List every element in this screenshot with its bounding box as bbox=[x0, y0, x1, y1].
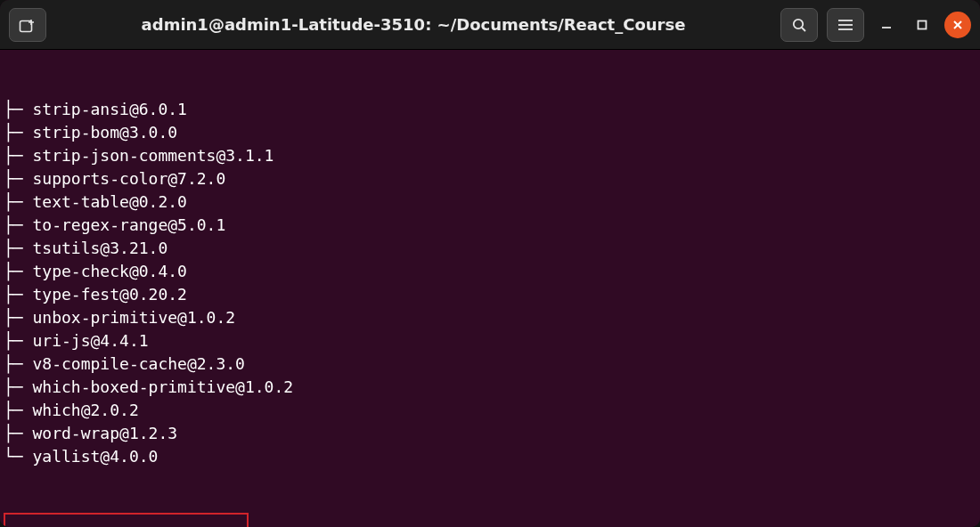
terminal-window: admin1@admin1-Latitude-3510: ~/Documents… bbox=[0, 0, 980, 527]
package-line: ├─ tsutils@3.21.0 bbox=[4, 237, 980, 260]
tree-branch-icon: ├─ bbox=[4, 424, 33, 442]
new-tab-icon bbox=[19, 17, 37, 33]
close-button[interactable] bbox=[944, 12, 971, 38]
package-name: uri-js@4.4.1 bbox=[33, 331, 149, 350]
package-name: which@2.0.2 bbox=[33, 401, 139, 419]
tree-branch-icon: ├─ bbox=[4, 146, 33, 165]
search-icon bbox=[791, 17, 807, 33]
svg-point-3 bbox=[794, 19, 803, 28]
package-name: yallist@4.0.0 bbox=[33, 447, 159, 466]
hamburger-icon bbox=[837, 19, 853, 31]
package-name: supports-color@7.2.0 bbox=[33, 169, 226, 188]
titlebar-right-controls bbox=[780, 8, 971, 42]
package-name: to-regex-range@5.0.1 bbox=[33, 215, 226, 234]
minimize-icon bbox=[880, 19, 893, 31]
package-name: text-table@0.2.0 bbox=[33, 192, 187, 211]
package-line: ├─ type-check@0.4.0 bbox=[4, 260, 980, 283]
package-name: strip-bom@3.0.0 bbox=[33, 123, 178, 142]
package-line: ├─ supports-color@7.2.0 bbox=[4, 167, 980, 191]
tree-branch-icon: ├─ bbox=[4, 354, 33, 373]
tree-branch-icon: ├─ bbox=[4, 285, 33, 304]
tree-branch-icon: ├─ bbox=[4, 308, 33, 327]
minimize-button[interactable] bbox=[873, 12, 900, 38]
tree-branch-icon: ├─ bbox=[4, 215, 33, 234]
tree-branch-icon: ├─ bbox=[4, 331, 33, 350]
tree-branch-icon: ├─ bbox=[4, 123, 33, 142]
package-line: ├─ v8-compile-cache@2.3.0 bbox=[4, 353, 980, 376]
package-line: ├─ word-wrap@1.2.3 bbox=[4, 422, 980, 445]
package-line: ├─ text-table@0.2.0 bbox=[4, 191, 980, 214]
terminal-body[interactable]: ├─ strip-ansi@6.0.1├─ strip-bom@3.0.0├─ … bbox=[0, 50, 980, 527]
tree-branch-icon: ├─ bbox=[4, 239, 33, 257]
package-line: └─ yallist@4.0.0 bbox=[4, 445, 980, 468]
package-line: ├─ uri-js@4.4.1 bbox=[4, 329, 980, 353]
package-name: unbox-primitive@1.0.2 bbox=[33, 308, 236, 327]
package-line: ├─ unbox-primitive@1.0.2 bbox=[4, 306, 980, 329]
window-title: admin1@admin1-Latitude-3510: ~/Documents… bbox=[55, 15, 772, 34]
tree-branch-icon: ├─ bbox=[4, 262, 33, 280]
tree-branch-icon: ├─ bbox=[4, 401, 33, 419]
package-name: word-wrap@1.2.3 bbox=[33, 424, 178, 442]
package-line: ├─ strip-ansi@6.0.1 bbox=[4, 98, 980, 121]
package-line: ├─ type-fest@0.20.2 bbox=[4, 283, 980, 306]
tree-branch-icon: ├─ bbox=[4, 169, 33, 188]
tree-branch-icon: ├─ bbox=[4, 100, 33, 118]
package-name: strip-json-comments@3.1.1 bbox=[33, 146, 274, 165]
menu-button[interactable] bbox=[827, 8, 864, 42]
package-tree: ├─ strip-ansi@6.0.1├─ strip-bom@3.0.0├─ … bbox=[4, 98, 980, 468]
package-line: ├─ which-boxed-primitive@1.0.2 bbox=[4, 376, 980, 399]
tree-branch-icon: ├─ bbox=[4, 192, 33, 211]
close-icon bbox=[951, 19, 964, 31]
tree-branch-icon: ├─ bbox=[4, 377, 33, 396]
package-name: type-check@0.4.0 bbox=[33, 262, 187, 280]
svg-line-4 bbox=[802, 28, 805, 31]
search-button[interactable] bbox=[780, 8, 818, 42]
package-line: ├─ strip-bom@3.0.0 bbox=[4, 121, 980, 144]
package-name: v8-compile-cache@2.3.0 bbox=[33, 354, 245, 373]
package-name: type-fest@0.20.2 bbox=[33, 285, 187, 304]
highlight-annotation bbox=[4, 513, 249, 527]
package-name: tsutils@3.21.0 bbox=[33, 239, 168, 257]
tree-branch-icon: └─ bbox=[4, 447, 33, 466]
svg-rect-9 bbox=[919, 20, 927, 28]
titlebar: admin1@admin1-Latitude-3510: ~/Documents… bbox=[0, 0, 980, 50]
maximize-button[interactable] bbox=[909, 12, 935, 38]
package-line: ├─ which@2.0.2 bbox=[4, 399, 980, 422]
maximize-icon bbox=[916, 19, 928, 31]
done-line-wrap: Done in 33.31s. bbox=[4, 515, 980, 527]
package-name: strip-ansi@6.0.1 bbox=[33, 100, 187, 118]
package-line: ├─ strip-json-comments@3.1.1 bbox=[4, 144, 980, 167]
package-line: ├─ to-regex-range@5.0.1 bbox=[4, 214, 980, 237]
package-name: which-boxed-primitive@1.0.2 bbox=[33, 377, 294, 396]
new-tab-button[interactable] bbox=[9, 8, 46, 42]
